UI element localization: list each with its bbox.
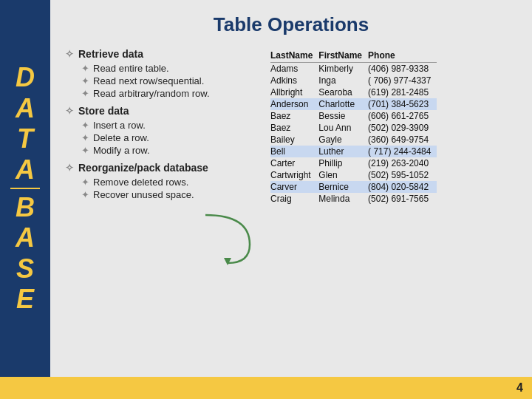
table-cell-3-1: Charlotte: [318, 98, 368, 110]
table-cell-2-1: Searoba: [318, 86, 368, 98]
table-row: AndersonCharlotte(701) 384-5623: [270, 98, 437, 110]
table-cell-4-0: Baez: [270, 110, 318, 122]
sub-item-3: ✦ Read arbitrary/random row.: [81, 88, 257, 99]
table-row: BaezBessie(606) 661-2765: [270, 110, 437, 122]
cross-icon-2: ✦: [81, 75, 89, 86]
table-cell-1-2: ( 706) 977-4337: [368, 75, 437, 86]
table-cell-7-0: Bell: [270, 146, 318, 157]
cross-icon-1: ✦: [81, 63, 89, 74]
sidebar-letter-e: E: [16, 284, 34, 314]
table-row: BaezLou Ann(502) 029-3909: [270, 122, 437, 134]
cross-icon-7: ✦: [81, 177, 89, 188]
cross-icon-8: ✦: [81, 189, 89, 200]
table-cell-3-2: (701) 384-5623: [368, 98, 437, 110]
table-cell-9-1: Glen: [318, 169, 368, 181]
cross-icon-3: ✦: [81, 88, 89, 99]
table-header-row: LastName FirstName Phone: [270, 50, 437, 63]
table-row: CraigMelinda(502) 691-7565: [270, 193, 437, 205]
section-header-store: ✧ Store data: [65, 105, 257, 117]
section-label-store: Store data: [78, 105, 129, 117]
curved-arrow-icon: [198, 208, 257, 267]
svg-marker-0: [224, 258, 231, 265]
data-table: LastName FirstName Phone AdamsKimberly(4…: [270, 50, 437, 205]
sidebar-letter-a1: A: [16, 93, 35, 123]
bullets-column: ✧ Retrieve data ✦ Read entire table. ✦ R…: [65, 48, 257, 269]
table-cell-4-2: (606) 661-2765: [368, 110, 437, 122]
table-cell-4-1: Bessie: [318, 110, 368, 122]
table-cell-2-0: Allbright: [270, 86, 318, 98]
table-cell-0-0: Adams: [270, 63, 318, 75]
table-row: BaileyGayle(360) 649-9754: [270, 134, 437, 146]
table-cell-6-2: (360) 649-9754: [368, 134, 437, 146]
table-cell-3-0: Anderson: [270, 98, 318, 110]
table-row: CarterPhillip(219) 263-2040: [270, 157, 437, 169]
table-cell-11-2: (502) 691-7565: [368, 193, 437, 205]
col-header-lastname: LastName: [270, 50, 318, 63]
table-cell-5-2: (502) 029-3909: [368, 122, 437, 134]
table-row: BellLuther( 717) 244-3484: [270, 146, 437, 157]
table-row: CartwrightGlen(502) 595-1052: [270, 169, 437, 181]
main-content: Table Operations ✧ Retrieve data ✦ Read …: [50, 0, 532, 377]
section-header-reorganize: ✧ Reorganize/pack database: [65, 162, 257, 174]
table-cell-8-2: (219) 263-2040: [368, 157, 437, 169]
section-store: ✧ Store data ✦ Insert a row. ✦ Delete a …: [65, 105, 257, 156]
table-cell-11-0: Craig: [270, 193, 318, 205]
section-label-reorganize: Reorganize/pack database: [78, 162, 208, 174]
table-cell-0-2: (406) 987-9338: [368, 63, 437, 75]
section-reorganize: ✧ Reorganize/pack database ✦ Remove dele…: [65, 162, 257, 200]
table-container: LastName FirstName Phone AdamsKimberly(4…: [270, 48, 517, 269]
table-cell-6-1: Gayle: [318, 134, 368, 146]
table-row: CarverBernice(804) 020-5842: [270, 181, 437, 193]
sub-item-2: ✦ Read next row/sequential.: [81, 75, 257, 86]
table-cell-8-1: Phillip: [318, 157, 368, 169]
sidebar-letter-s: S: [16, 253, 34, 284]
sidebar-letter-b: B: [16, 192, 35, 222]
sub-item-5: ✦ Delete a row.: [81, 132, 257, 143]
cross-icon-6: ✦: [81, 145, 89, 156]
sidebar-divider: [10, 188, 41, 189]
table-cell-10-1: Bernice: [318, 181, 368, 193]
table-cell-0-1: Kimberly: [318, 63, 368, 75]
table-cell-2-2: (619) 281-2485: [368, 86, 437, 98]
table-row: AllbrightSearoba(619) 281-2485: [270, 86, 437, 98]
table-cell-1-0: Adkins: [270, 75, 318, 86]
table-cell-6-0: Bailey: [270, 134, 318, 146]
sub-item-7: ✦ Remove deleted rows.: [81, 177, 257, 188]
page-title: Table Operations: [65, 13, 517, 36]
table-cell-1-1: Inga: [318, 75, 368, 86]
table-cell-7-1: Luther: [318, 146, 368, 157]
table-cell-8-0: Carter: [270, 157, 318, 169]
cross-icon-5: ✦: [81, 132, 89, 143]
sub-item-6: ✦ Modify a row.: [81, 145, 257, 156]
sub-item-4: ✦ Insert a row.: [81, 120, 257, 131]
diamond-icon-3: ✧: [65, 162, 74, 174]
table-cell-9-2: (502) 595-1052: [368, 169, 437, 181]
table-row: AdkinsInga( 706) 977-4337: [270, 75, 437, 86]
diamond-icon-2: ✧: [65, 105, 74, 117]
sidebar-letter-a3: A: [16, 222, 35, 253]
sidebar-letter-d: D: [16, 62, 35, 92]
sidebar: D A T A B A S E: [0, 0, 50, 377]
table-cell-7-2: ( 717) 244-3484: [368, 146, 437, 157]
sub-item-1: ✦ Read entire table.: [81, 63, 257, 74]
table-cell-5-0: Baez: [270, 122, 318, 134]
table-cell-5-1: Lou Ann: [318, 122, 368, 134]
page-number: 4: [516, 381, 523, 395]
table-cell-9-0: Cartwright: [270, 169, 318, 181]
table-cell-10-0: Carver: [270, 181, 318, 193]
table-cell-10-2: (804) 020-5842: [368, 181, 437, 193]
sidebar-letter-a2: A: [16, 154, 35, 185]
col-header-phone: Phone: [368, 50, 437, 63]
sidebar-letter-t: T: [17, 123, 33, 154]
diamond-icon-1: ✧: [65, 48, 74, 60]
col-header-firstname: FirstName: [318, 50, 368, 63]
section-header-retrieve: ✧ Retrieve data: [65, 48, 257, 60]
section-retrieve: ✧ Retrieve data ✦ Read entire table. ✦ R…: [65, 48, 257, 99]
section-label-retrieve: Retrieve data: [78, 48, 143, 60]
sub-item-8: ✦ Recover unused space.: [81, 189, 257, 200]
bottom-bar: 4: [0, 377, 532, 399]
table-row: AdamsKimberly(406) 987-9338: [270, 63, 437, 75]
table-cell-11-1: Melinda: [318, 193, 368, 205]
cross-icon-4: ✦: [81, 120, 89, 131]
content-row: ✧ Retrieve data ✦ Read entire table. ✦ R…: [65, 48, 517, 269]
